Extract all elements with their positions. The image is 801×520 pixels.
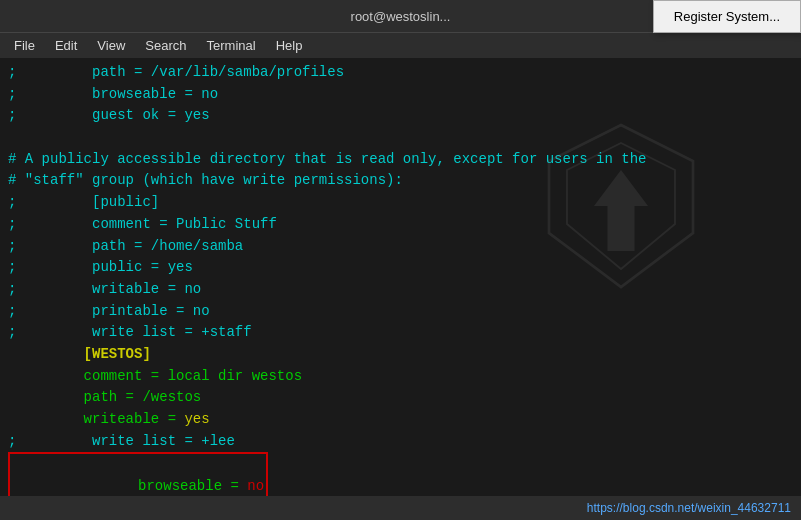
menu-terminal[interactable]: Terminal	[197, 35, 266, 56]
code-line: # "staff" group (which have write permis…	[0, 170, 801, 192]
register-dropdown[interactable]: Register System...	[653, 0, 801, 33]
code-line: ; [public]	[0, 192, 801, 214]
menu-edit[interactable]: Edit	[45, 35, 87, 56]
code-line: path = /westos	[0, 387, 801, 409]
title-text: root@westoslin...	[351, 9, 451, 24]
code-line: ; browseable = no	[0, 84, 801, 106]
code-line-highlighted: browseable = no	[0, 452, 801, 496]
code-line-section: [WESTOS]	[0, 344, 801, 366]
menu-file[interactable]: File	[4, 35, 45, 56]
menu-search[interactable]: Search	[135, 35, 196, 56]
code-line: # A publicly accessible directory that i…	[0, 149, 801, 171]
code-line: ; guest ok = yes	[0, 105, 801, 127]
code-line: comment = local dir westos	[0, 366, 801, 388]
register-label: Register System...	[674, 9, 780, 24]
code-line: writeable = yes	[0, 409, 801, 431]
code-line: ; path = /var/lib/samba/profiles	[0, 62, 801, 84]
code-line: ; path = /home/samba	[0, 236, 801, 258]
code-area: ; path = /var/lib/samba/profiles ; brows…	[0, 58, 801, 496]
code-line: ; writable = no	[0, 279, 801, 301]
code-line-blank	[0, 127, 801, 149]
code-line: ; public = yes	[0, 257, 801, 279]
menu-view[interactable]: View	[87, 35, 135, 56]
code-line: ; write list = +staff	[0, 322, 801, 344]
title-bar: root@westoslin... Register System...	[0, 0, 801, 32]
menu-help[interactable]: Help	[266, 35, 313, 56]
code-line: ; write list = +lee	[0, 431, 801, 453]
status-url: https://blog.csdn.net/weixin_44632711	[587, 501, 791, 515]
code-line: ; comment = Public Stuff	[0, 214, 801, 236]
code-line: ; printable = no	[0, 301, 801, 323]
menu-bar: File Edit View Search Terminal Help	[0, 32, 801, 58]
highlight-box: browseable = no	[8, 452, 268, 496]
status-bar: https://blog.csdn.net/weixin_44632711	[0, 496, 801, 520]
